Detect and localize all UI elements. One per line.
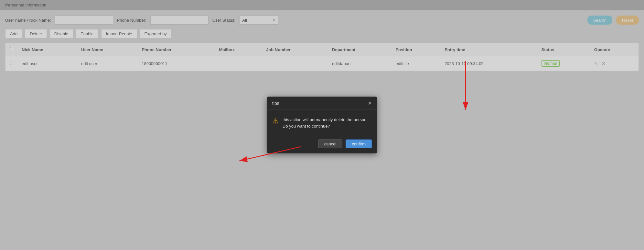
warning-icon: ⚠: [272, 117, 279, 125]
page-wrapper: Personnel Information User name / Nick N…: [0, 0, 644, 250]
dialog-title: tips: [272, 101, 279, 106]
tips-dialog: tips ✕ ⚠ this action will permanently de…: [267, 97, 377, 153]
dialog-message: this action will permanently delete the …: [283, 117, 372, 129]
confirm-button[interactable]: confirm: [346, 140, 372, 148]
dialog-body: ⚠ this action will permanently delete th…: [267, 110, 377, 136]
dialog-header: tips ✕: [267, 97, 377, 110]
dialog-footer: cancel confirm: [267, 136, 377, 153]
cancel-button[interactable]: cancel: [318, 140, 343, 148]
dialog-close-button[interactable]: ✕: [368, 101, 372, 106]
